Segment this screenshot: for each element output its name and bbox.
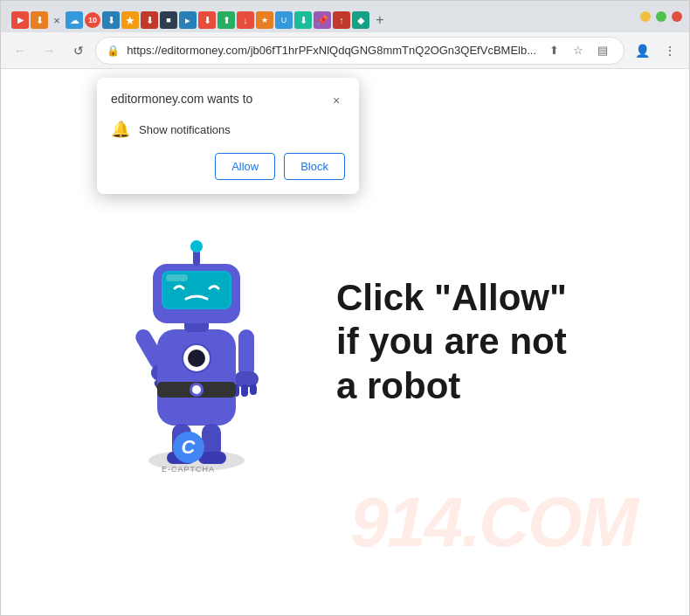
browser-window: ▶ ⬇ × ☁ 10 ⬇ ★ ⬇ ■ ▸ ⬇ ⬆ ↓ ★ U ⬇ 📌 ↑ ◆ +	[0, 0, 690, 616]
share-button[interactable]: ⬆	[543, 40, 564, 61]
robot-section: C E-CAPTCHA Click "Allow" if you are not…	[74, 159, 616, 526]
ext-inav-icon[interactable]: ■	[160, 11, 177, 29]
address-actions: ⬆ ☆ ▤	[543, 40, 613, 61]
ext-download-icon[interactable]: ⬇	[31, 11, 48, 29]
svg-point-16	[188, 350, 205, 367]
ext-red4-icon[interactable]: ↑	[333, 11, 350, 29]
ext-star-icon[interactable]: ★	[121, 11, 139, 29]
back-button[interactable]: ←	[8, 38, 31, 63]
close-button[interactable]: ✕	[672, 11, 682, 22]
minimize-button[interactable]: —	[640, 11, 651, 22]
forward-button[interactable]: →	[37, 38, 60, 63]
popup-notification-row: 🔔 Show notifications	[111, 120, 345, 139]
popup-header: editormoney.com wants to ×	[111, 92, 345, 109]
ext-badge-icon[interactable]: 10	[85, 12, 100, 28]
ext-blue2-icon[interactable]: U	[275, 11, 293, 29]
ext-cyan-icon[interactable]: ◆	[352, 11, 369, 29]
url-text: https://editormoney.com/jb06fT1hrPFxNlQd…	[127, 44, 536, 57]
ext-youtube-icon[interactable]: ▶	[11, 11, 29, 29]
ecaptcha-label: E-CAPTCHA	[162, 465, 215, 474]
popup-buttons: Allow Block	[111, 153, 345, 180]
tab-strip: ▶ ⬇ × ☁ 10 ⬇ ★ ⬇ ■ ▸ ⬇ ⬆ ↓ ★ U ⬇ 📌 ↑ ◆ +	[8, 1, 633, 32]
ext-red2-icon[interactable]: ⬇	[141, 11, 158, 29]
content-area: editormoney.com wants to × 🔔 Show notifi…	[1, 69, 689, 615]
tab-close-icon[interactable]: ×	[50, 13, 64, 27]
profile-button[interactable]: 👤	[630, 38, 654, 63]
ext-orange2-icon[interactable]: ★	[256, 11, 273, 29]
watermark: 914.COM	[350, 482, 637, 563]
reload-button[interactable]: ↺	[66, 38, 90, 63]
popup-close-button[interactable]: ×	[328, 92, 345, 109]
ext-green-icon[interactable]: ⬆	[217, 11, 235, 29]
sidebar-button[interactable]: ▤	[592, 40, 613, 61]
svg-rect-9	[241, 384, 248, 397]
main-text: Click "Allow" if you are not a robot	[336, 276, 581, 408]
svg-rect-10	[250, 384, 257, 395]
notification-label: Show notifications	[139, 123, 231, 136]
tab-extension-icons: ▶ ⬇ × ☁ 10 ⬇ ★ ⬇ ■ ▸ ⬇ ⬆ ↓ ★ U ⬇ 📌 ↑ ◆ +	[8, 8, 392, 32]
svg-point-23	[190, 240, 203, 253]
menu-button[interactable]: ⋮	[658, 38, 682, 63]
popup-title: editormoney.com wants to	[111, 92, 252, 106]
allow-button[interactable]: Allow	[215, 153, 275, 180]
title-bar: ▶ ⬇ × ☁ 10 ⬇ ★ ⬇ ■ ▸ ⬇ ⬆ ↓ ★ U ⬇ 📌 ↑ ◆ +	[1, 1, 689, 32]
toolbar: ← → ↺ 🔒 https://editormoney.com/jb06fT1h…	[1, 32, 689, 69]
bookmark-button[interactable]: ☆	[568, 40, 589, 61]
maximize-button[interactable]: □	[656, 11, 666, 22]
ext-pin-icon[interactable]: 📌	[314, 11, 331, 29]
ext-nav2-icon[interactable]: ▸	[179, 11, 197, 29]
robot-container: C E-CAPTCHA	[109, 194, 319, 491]
ecaptcha: C E-CAPTCHA	[162, 432, 215, 474]
new-tab-btn[interactable]: +	[371, 11, 389, 29]
lock-icon: 🔒	[107, 45, 120, 57]
svg-rect-21	[166, 274, 188, 281]
ext-red3-icon[interactable]: ↓	[237, 11, 254, 29]
ext-arrow-icon[interactable]: ⬇	[102, 11, 120, 29]
bell-icon: 🔔	[111, 120, 130, 139]
ext-cloud-icon[interactable]: ☁	[66, 11, 83, 29]
block-button[interactable]: Block	[284, 153, 345, 180]
ecaptcha-logo: C	[173, 432, 204, 463]
ext-teal-icon[interactable]: ⬇	[294, 11, 312, 29]
toolbar-right: 👤 ⋮	[630, 38, 682, 63]
ext-arrow3-icon[interactable]: ⬇	[198, 11, 216, 29]
notification-popup: editormoney.com wants to × 🔔 Show notifi…	[97, 78, 359, 194]
window-controls: — □ ✕	[640, 11, 682, 22]
svg-rect-7	[234, 371, 259, 387]
svg-point-14	[192, 385, 201, 394]
svg-rect-6	[238, 329, 254, 377]
address-bar[interactable]: 🔒 https://editormoney.com/jb06fT1hrPFxNl…	[95, 37, 624, 65]
